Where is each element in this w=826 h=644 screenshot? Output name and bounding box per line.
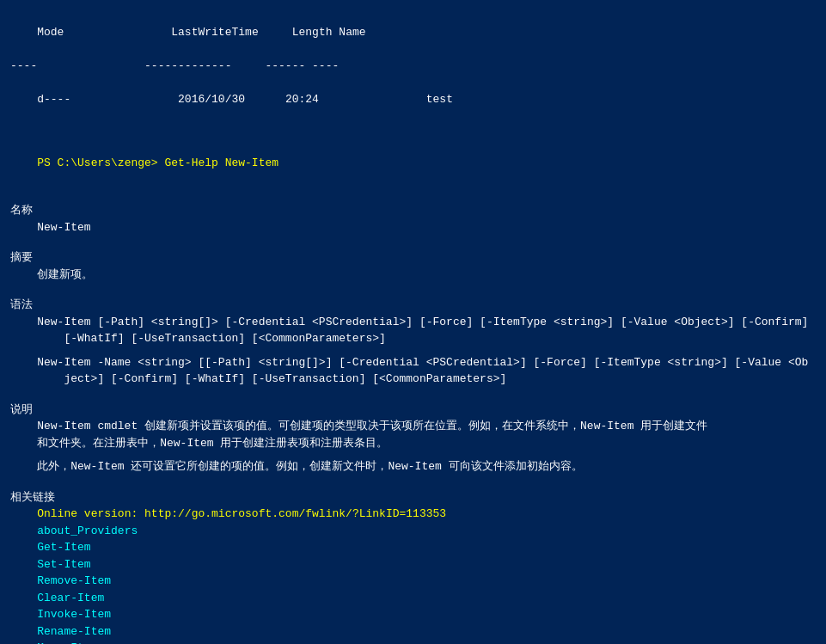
related-links-list: Online version: http://go.microsoft.com/… bbox=[10, 506, 816, 644]
terminal-window: Mode LastWriteTime Length Name ---- ----… bbox=[10, 7, 816, 644]
related-link-ref: Invoke-Item bbox=[37, 608, 111, 621]
syntax-line-1: New-Item [-Path] <string[]> [-Credential… bbox=[10, 314, 816, 331]
entry-name: test bbox=[426, 93, 453, 106]
description-section-label: 说明 bbox=[10, 402, 816, 419]
lwt-col-header: LastWriteTime bbox=[171, 26, 258, 39]
entry-mode: d---- bbox=[37, 93, 70, 106]
related-link-item: Clear-Item bbox=[10, 590, 816, 607]
related-link-url: Online version: http://go.microsoft.com/… bbox=[37, 507, 446, 520]
prompt-text: PS C:\Users\zenge> Get-Help New-Item bbox=[37, 156, 278, 169]
related-link-item: Invoke-Item bbox=[10, 606, 816, 623]
entry-date: 2016/10/30 bbox=[178, 93, 245, 106]
syntax-line-5: ject>] [-Confirm] [-WhatIf] [-UseTransac… bbox=[10, 371, 816, 388]
related-link-item: Remove-Item bbox=[10, 573, 816, 590]
description-line-2: 和文件夹。在注册表中，New-Item 用于创建注册表项和注册表条目。 bbox=[10, 435, 816, 452]
related-link-ref: Get-Item bbox=[37, 541, 90, 554]
entry-time: 20:24 bbox=[285, 93, 319, 106]
dir-entry: d---- 2016/10/30 20:24 test bbox=[10, 74, 816, 125]
related-link-ref: Set-Item bbox=[37, 558, 90, 571]
related-link-ref: Clear-Item bbox=[37, 592, 104, 604]
dir-divider: ---- ------------- ------ ---- bbox=[10, 58, 816, 75]
related-link-ref: about_Providers bbox=[37, 524, 138, 537]
mode-col-header: Mode bbox=[37, 26, 64, 39]
length-col-header: Length bbox=[292, 26, 333, 39]
summary-section-value: 创建新项。 bbox=[10, 267, 816, 284]
name-section-label: 名称 bbox=[10, 202, 816, 219]
dir-header: Mode LastWriteTime Length Name bbox=[10, 7, 816, 58]
description-line-1: New-Item cmdlet 创建新项并设置该项的值。可创建项的类型取决于该项… bbox=[10, 418, 816, 435]
syntax-section-label: 语法 bbox=[10, 297, 816, 314]
related-link-item: Rename-Item bbox=[10, 623, 816, 641]
related-link-ref: Rename-Item bbox=[37, 625, 111, 638]
related-link-item: about_Providers bbox=[10, 523, 816, 540]
related-section-label: 相关链接 bbox=[10, 489, 816, 506]
related-link-item: Get-Item bbox=[10, 539, 816, 556]
name-col-header: Name bbox=[339, 26, 365, 39]
related-link-item: Online version: http://go.microsoft.com/… bbox=[10, 506, 816, 523]
name-section-value: New-Item bbox=[10, 219, 816, 236]
prompt-line: PS C:\Users\zenge> Get-Help New-Item bbox=[10, 138, 816, 189]
syntax-line-4: New-Item -Name <string> [[-Path] <string… bbox=[10, 354, 816, 371]
summary-section-label: 摘要 bbox=[10, 249, 816, 267]
related-link-item: Move-Item bbox=[10, 640, 816, 644]
related-link-ref: Remove-Item bbox=[37, 574, 111, 587]
description-line-4: 此外，New-Item 还可设置它所创建的项的值。例如，创建新文件时，New-I… bbox=[10, 458, 816, 475]
syntax-line-2: [-WhatIf] [-UseTransaction] [<CommonPara… bbox=[10, 330, 816, 347]
related-link-item: Set-Item bbox=[10, 556, 816, 573]
